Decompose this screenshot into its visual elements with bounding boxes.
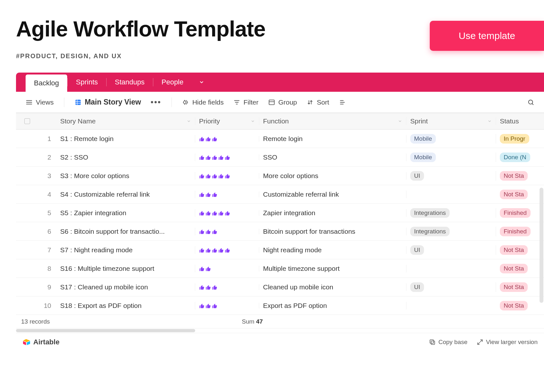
cell-function[interactable]: SSO [259, 153, 406, 161]
search-button[interactable] [524, 97, 538, 108]
cell-priority[interactable] [195, 247, 259, 253]
cell-function[interactable]: Cleaned up mobile icon [259, 283, 406, 291]
views-button[interactable]: Views [22, 97, 57, 108]
sprint-pill: UI [410, 245, 424, 255]
cell-story-name[interactable]: S1 : Remote login [58, 135, 195, 143]
cell-sprint[interactable]: UI [406, 282, 496, 292]
cell-sprint[interactable]: UI [406, 171, 496, 181]
filter-button[interactable]: Filter [230, 97, 262, 108]
airtable-embed-frame: BacklogSprintsStandupsPeople Views Main … [16, 73, 544, 351]
thumbs-up-icon [205, 136, 211, 142]
cell-function[interactable]: Export as PDF option [259, 302, 406, 310]
row-number: 6 [38, 228, 58, 235]
cell-sprint[interactable]: UI [406, 245, 496, 255]
sum-value: 47 [256, 318, 263, 325]
status-pill: Done (N [500, 153, 530, 162]
thumbs-up-icon [199, 173, 205, 179]
thumbs-up-icon [218, 247, 224, 253]
group-button[interactable]: Group [265, 97, 300, 108]
scrollbar-thumb[interactable] [16, 329, 195, 332]
hide-fields-button[interactable]: Hide fields [179, 97, 227, 108]
copy-base-button[interactable]: Copy base [429, 339, 468, 346]
cell-story-name[interactable]: S16 : Multiple timezone support [58, 265, 195, 272]
cell-function[interactable]: Zapier integration [259, 209, 406, 217]
horizontal-scrollbar[interactable] [16, 328, 544, 333]
table-row[interactable]: 3S3 : More color optionsMore color optio… [16, 167, 544, 185]
column-header-priority[interactable]: Priority [195, 117, 259, 125]
more-tables-button[interactable] [192, 73, 212, 92]
cell-priority[interactable] [195, 284, 259, 290]
table-row[interactable]: 2S2 : SSOSSOMobileDone (N [16, 148, 544, 167]
sprint-pill: Integrations [410, 227, 450, 237]
cell-priority[interactable] [195, 210, 259, 216]
tab-backlog[interactable]: Backlog [26, 74, 67, 92]
airtable-logo[interactable]: Airtable [22, 338, 60, 346]
cell-priority[interactable] [195, 192, 259, 197]
row-number: 4 [38, 191, 58, 198]
tab-sprints[interactable]: Sprints [68, 73, 106, 92]
cell-function[interactable]: Night reading mode [259, 246, 406, 254]
use-template-button[interactable]: Use template [430, 21, 544, 51]
cell-status[interactable]: Not Sta [496, 245, 544, 255]
cell-function[interactable]: Customizable referral link [259, 191, 406, 198]
cell-status[interactable]: Finished [496, 227, 544, 237]
cell-function[interactable]: More color options [259, 172, 406, 180]
cell-sprint[interactable]: Mobile [406, 134, 496, 144]
cell-story-name[interactable]: S17 : Cleaned up mobile icon [58, 283, 195, 291]
table-row[interactable]: 10S18 : Export as PDF optionExport as PD… [16, 296, 544, 315]
table-row[interactable]: 1S1 : Remote loginRemote loginMobileIn P… [16, 129, 544, 148]
thumbs-up-icon [225, 210, 230, 216]
cell-status[interactable]: Not Sta [496, 264, 544, 274]
tab-label: Backlog [34, 79, 59, 87]
tab-standups[interactable]: Standups [107, 73, 153, 92]
column-header-sprint[interactable]: Sprint [406, 117, 496, 125]
cell-status[interactable]: Done (N [496, 153, 544, 162]
cell-status[interactable]: Not Sta [496, 171, 544, 181]
cell-story-name[interactable]: S5 : Zapier integration [58, 209, 195, 217]
cell-sprint[interactable]: Integrations [406, 227, 496, 237]
cell-story-name[interactable]: S2 : SSO [58, 153, 195, 161]
table-row[interactable]: 9S17 : Cleaned up mobile iconCleaned up … [16, 278, 544, 296]
cell-priority[interactable] [195, 303, 259, 309]
cell-story-name[interactable]: S18 : Export as PDF option [58, 302, 195, 310]
tab-label: People [162, 78, 184, 86]
cell-story-name[interactable]: S6 : Bitcoin support for transactio... [58, 228, 195, 235]
cell-sprint[interactable]: Mobile [406, 153, 496, 162]
cell-sprint[interactable]: Integrations [406, 208, 496, 218]
cell-status[interactable]: Finished [496, 208, 544, 218]
table-row[interactable]: 8S16 : Multiple timezone supportMultiple… [16, 259, 544, 278]
cell-status[interactable]: Not Sta [496, 190, 544, 200]
cell-story-name[interactable]: S7 : Night reading mode [58, 246, 195, 254]
cell-status[interactable]: Not Sta [496, 301, 544, 311]
table-row[interactable]: 7S7 : Night reading modeNight reading mo… [16, 241, 544, 259]
cell-priority[interactable] [195, 173, 259, 179]
sort-button[interactable]: Sort [303, 97, 332, 108]
vertical-scrollbar[interactable] [540, 188, 543, 303]
cell-status[interactable]: Not Sta [496, 282, 544, 292]
cell-priority[interactable] [195, 154, 259, 160]
current-view-name: Main Story View [85, 98, 141, 106]
cell-story-name[interactable]: S4 : Customizable referral link [58, 191, 195, 198]
cell-priority[interactable] [195, 136, 259, 142]
select-all-checkbox[interactable] [24, 118, 30, 124]
tab-people[interactable]: People [153, 73, 192, 92]
cell-function[interactable]: Remote login [259, 135, 406, 143]
cell-function[interactable]: Multiple timezone support [259, 265, 406, 272]
column-header-name[interactable]: Story Name [58, 117, 195, 125]
table-row[interactable]: 4S4 : Customizable referral linkCustomiz… [16, 185, 544, 204]
view-larger-button[interactable]: View larger version [476, 339, 538, 346]
row-number: 9 [38, 283, 58, 291]
column-header-status[interactable]: Status [496, 117, 544, 125]
cell-status[interactable]: In Progr [496, 134, 544, 144]
cell-priority[interactable] [195, 229, 259, 234]
view-options-button[interactable]: ••• [148, 97, 164, 107]
row-height-button[interactable] [336, 97, 349, 108]
cell-story-name[interactable]: S3 : More color options [58, 172, 195, 180]
cell-function[interactable]: Bitcoin support for transactions [259, 228, 406, 235]
view-toolbar: Views Main Story View ••• Hide fields Fi… [16, 92, 544, 113]
cell-priority[interactable] [195, 266, 259, 271]
column-header-function[interactable]: Function [259, 117, 406, 125]
current-view-button[interactable]: Main Story View [71, 96, 144, 108]
table-row[interactable]: 6S6 : Bitcoin support for transactio...B… [16, 222, 544, 241]
table-row[interactable]: 5S5 : Zapier integrationZapier integrati… [16, 204, 544, 222]
